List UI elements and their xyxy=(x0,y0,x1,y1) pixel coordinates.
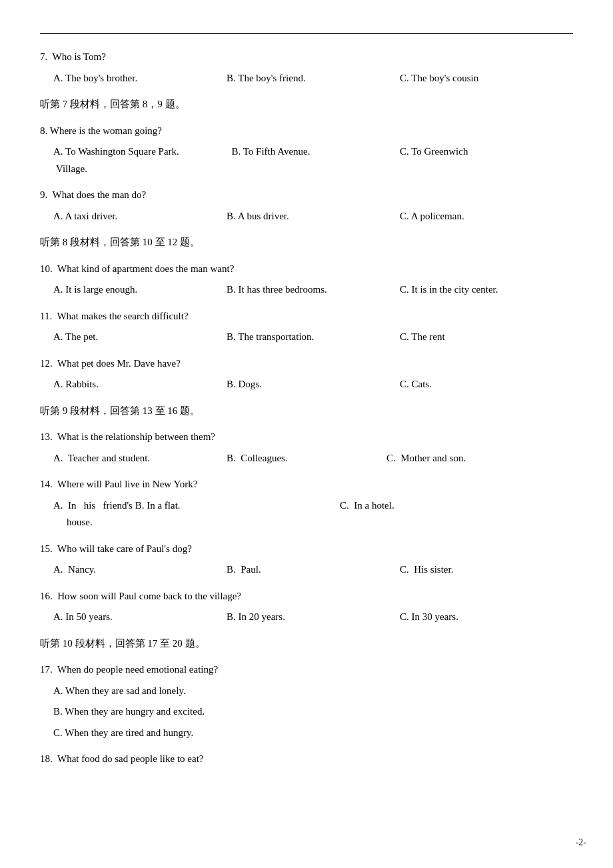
question-8-overflow: Village. xyxy=(40,161,573,178)
question-14-text: 14. Where will Paul live in New York? xyxy=(40,476,573,493)
question-14-options: A. In his friend's B. In a flat. house. … xyxy=(40,497,573,531)
q15-option-a: A. Nancy. xyxy=(53,561,200,579)
q9-option-c: C. A policeman. xyxy=(400,208,464,225)
q15-option-b: B. Paul. xyxy=(227,561,373,579)
section-label-8: 听第 8 段材料，回答第 10 至 12 题。 xyxy=(40,234,573,251)
question-7-text: 7. Who is Tom? xyxy=(40,49,573,66)
q9-option-a: A. A taxi driver. xyxy=(53,208,200,225)
question-10-text: 10. What kind of apartment does the man … xyxy=(40,261,573,278)
question-9-options: A. A taxi driver. B. A bus driver. C. A … xyxy=(40,208,573,225)
question-13: 13. What is the relationship between the… xyxy=(40,429,573,467)
question-18: 18. What food do sad people like to eat? xyxy=(40,751,573,768)
q17-option-b: B. When they are hungry and excited. xyxy=(40,703,573,721)
question-13-text: 13. What is the relationship between the… xyxy=(40,429,573,446)
question-18-text: 18. What food do sad people like to eat? xyxy=(40,751,573,768)
question-11: 11. What makes the search difficult? A. … xyxy=(40,308,573,346)
page-number: -2- xyxy=(576,837,586,848)
q17-option-a: A. When they are sad and lonely. xyxy=(40,683,573,700)
question-10: 10. What kind of apartment does the man … xyxy=(40,261,573,299)
q7-option-c: C. The boy's cousin xyxy=(400,70,478,87)
question-12-options: A. Rabbits. B. Dogs. C. Cats. xyxy=(40,376,573,393)
q16-option-a: A. In 50 years. xyxy=(53,609,200,626)
section-label-9: 听第 9 段材料，回答第 13 至 16 题。 xyxy=(40,403,573,420)
question-15: 15. Who will take care of Paul's dog? A.… xyxy=(40,541,573,579)
q9-option-b: B. A bus driver. xyxy=(227,208,373,225)
q10-option-c: C. It is in the city center. xyxy=(400,281,498,299)
question-8: 8. Where is the woman going? A. To Washi… xyxy=(40,123,573,178)
q14-option-c: C. In a hotel. xyxy=(340,497,394,531)
question-12: 12. What pet does Mr. Dave have? A. Rabb… xyxy=(40,355,573,393)
question-8-text: 8. Where is the woman going? xyxy=(40,123,573,140)
q13-option-c: C. Mother and son. xyxy=(386,450,466,467)
q12-option-c: C. Cats. xyxy=(400,376,432,393)
question-12-text: 12. What pet does Mr. Dave have? xyxy=(40,355,573,373)
question-10-options: A. It is large enough. B. It has three b… xyxy=(40,281,573,299)
q11-option-a: A. The pet. xyxy=(53,329,200,346)
question-15-text: 15. Who will take care of Paul's dog? xyxy=(40,541,573,558)
question-9-text: 9. What does the man do? xyxy=(40,187,573,204)
question-13-options: A. Teacher and student. B. Colleagues. C… xyxy=(40,450,573,467)
q7-option-a: A. The boy's brother. xyxy=(53,70,200,87)
question-14: 14. Where will Paul live in New York? A.… xyxy=(40,476,573,531)
q8-option-c: C. To Greenwich xyxy=(400,143,468,161)
q7-option-b: B. The boy's friend. xyxy=(227,70,373,87)
question-17-text: 17. When do people need emotional eating… xyxy=(40,661,573,679)
question-16-options: A. In 50 years. B. In 20 years. C. In 30… xyxy=(40,609,573,626)
q10-option-b: B. It has three bedrooms. xyxy=(227,281,373,299)
q14-option-a: A. In his friend's B. In a flat. house. xyxy=(53,497,207,531)
q15-option-c: C. His sister. xyxy=(400,561,453,579)
q14-option-b xyxy=(207,497,340,531)
q13-option-a: A. Teacher and student. xyxy=(53,450,200,467)
q11-option-b: B. The transportation. xyxy=(227,329,373,346)
q13-option-b: B. Colleagues. xyxy=(227,450,360,467)
question-15-options: A. Nancy. B. Paul. C. His sister. xyxy=(40,561,573,579)
q17-option-c: C. When they are tired and hungry. xyxy=(40,725,573,742)
question-16-text: 16. How soon will Paul come back to the … xyxy=(40,588,573,605)
question-7-options: A. The boy's brother. B. The boy's frien… xyxy=(40,70,573,87)
section-label-7: 听第 7 段材料，回答第 8，9 题。 xyxy=(40,96,573,113)
question-11-text: 11. What makes the search difficult? xyxy=(40,308,573,325)
q12-option-b: B. Dogs. xyxy=(227,376,373,393)
question-11-options: A. The pet. B. The transportation. C. Th… xyxy=(40,329,573,346)
section-label-10: 听第 10 段材料，回答第 17 至 20 题。 xyxy=(40,635,573,653)
top-divider xyxy=(40,33,573,34)
q16-option-b: B. In 20 years. xyxy=(227,609,373,626)
q11-option-c: C. The rent xyxy=(400,329,445,346)
q8-option-a: A. To Washington Square Park. xyxy=(53,143,200,161)
question-16: 16. How soon will Paul come back to the … xyxy=(40,588,573,626)
q16-option-c: C. In 30 years. xyxy=(400,609,458,626)
question-8-options: A. To Washington Square Park. B. To Fift… xyxy=(40,143,573,161)
q8-option-b: B. To Fifth Avenue. xyxy=(227,143,373,161)
q12-option-a: A. Rabbits. xyxy=(53,376,200,393)
question-17: 17. When do people need emotional eating… xyxy=(40,661,573,741)
question-9: 9. What does the man do? A. A taxi drive… xyxy=(40,187,573,225)
question-7: 7. Who is Tom? A. The boy's brother. B. … xyxy=(40,49,573,87)
q10-option-a: A. It is large enough. xyxy=(53,281,200,299)
